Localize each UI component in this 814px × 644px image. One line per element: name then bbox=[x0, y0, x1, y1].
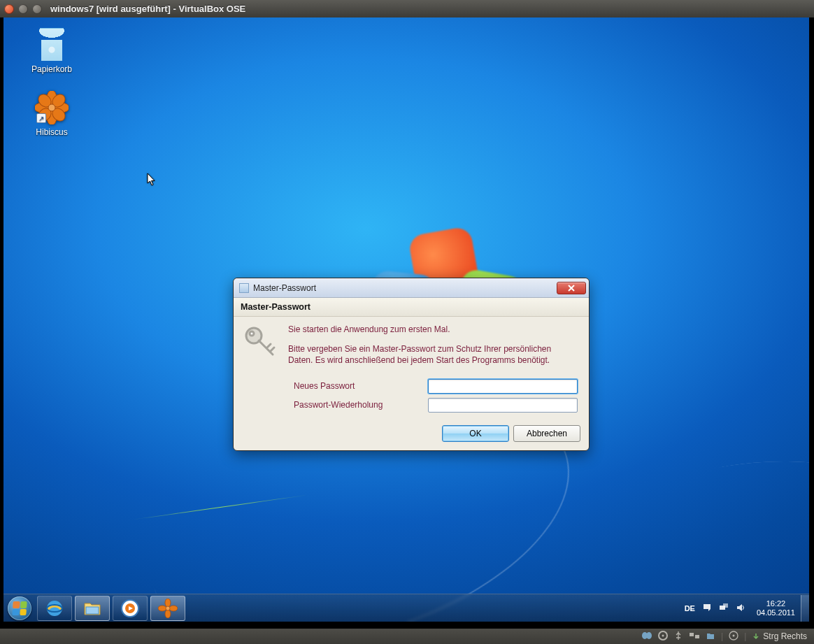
desktop-icon-hibiscus[interactable]: ↗ Hibiscus bbox=[24, 91, 79, 137]
vb-shared-folders-icon[interactable] bbox=[706, 631, 715, 643]
svg-point-16 bbox=[165, 599, 171, 607]
host-maximize-button[interactable] bbox=[32, 4, 42, 14]
vb-network-icon[interactable] bbox=[689, 631, 700, 643]
svg-rect-28 bbox=[695, 635, 699, 638]
vb-mouse-integration-icon[interactable] bbox=[729, 631, 738, 643]
taskbar-pinned-explorer[interactable] bbox=[75, 596, 110, 621]
desktop-icon-recycle-bin[interactable]: Papierkorb bbox=[24, 28, 79, 74]
action-center-icon[interactable] bbox=[702, 603, 712, 614]
svg-rect-27 bbox=[690, 633, 694, 636]
taskbar-clock[interactable]: 16:22 04.05.2011 bbox=[752, 599, 799, 617]
vb-host-key-indicator[interactable]: Strg Rechts bbox=[752, 631, 807, 641]
mouse-cursor-icon bbox=[147, 173, 157, 187]
close-icon bbox=[567, 285, 576, 292]
separator: | bbox=[721, 631, 723, 641]
svg-point-19 bbox=[169, 606, 178, 611]
recycle-bin-icon bbox=[35, 28, 69, 62]
taskbar: DE 16:22 04.05.2011 bbox=[3, 594, 809, 622]
virtualbox-status-bar: | | Strg Rechts bbox=[0, 629, 814, 644]
vb-host-key-text: Strg Rechts bbox=[763, 631, 807, 641]
input-language-indicator[interactable]: DE bbox=[685, 604, 695, 613]
taskbar-pinned-media-player[interactable] bbox=[113, 596, 148, 621]
vb-usb-icon[interactable] bbox=[673, 631, 683, 643]
new-password-label: Neues Passwort bbox=[294, 381, 420, 391]
clock-time: 16:22 bbox=[766, 599, 786, 608]
media-player-icon bbox=[120, 599, 140, 618]
host-window-titlebar: windows7 [wird ausgeführt] - VirtualBox … bbox=[0, 0, 814, 17]
svg-point-24 bbox=[646, 632, 652, 639]
svg-point-17 bbox=[165, 610, 171, 618]
hibiscus-icon bbox=[158, 599, 178, 618]
svg-point-20 bbox=[166, 606, 170, 610]
taskbar-running-hibiscus[interactable] bbox=[150, 596, 185, 621]
internet-explorer-icon bbox=[45, 599, 64, 618]
repeat-password-input[interactable] bbox=[428, 398, 578, 413]
dialog-titlebar[interactable]: Master-Passwort bbox=[234, 278, 589, 298]
show-desktop-button[interactable] bbox=[801, 595, 809, 622]
clock-date: 04.05.2011 bbox=[757, 608, 795, 617]
start-button[interactable] bbox=[3, 594, 36, 622]
desktop-icon-label: Hibiscus bbox=[36, 127, 67, 137]
separator: | bbox=[744, 631, 746, 641]
vb-optical-icon[interactable] bbox=[658, 631, 668, 643]
background-wisp bbox=[485, 426, 809, 622]
desktop-icon-label: Papierkorb bbox=[31, 64, 72, 74]
dialog-message-line1: Sie starten die Anwendung zum ersten Mal… bbox=[288, 324, 578, 335]
shortcut-arrow-icon: ↗ bbox=[36, 113, 46, 123]
dialog-app-icon bbox=[239, 283, 249, 293]
virtual-machine-viewport: Papierkorb ↗ Hibiscus bbox=[0, 17, 814, 629]
file-explorer-icon bbox=[83, 599, 102, 618]
volume-icon[interactable] bbox=[736, 603, 745, 614]
svg-point-26 bbox=[662, 634, 664, 636]
master-password-dialog: Master-Passwort Master-Passwort Sie star… bbox=[233, 278, 590, 451]
svg-point-30 bbox=[733, 634, 735, 636]
svg-point-10 bbox=[250, 331, 254, 336]
taskbar-pinned-ie[interactable] bbox=[37, 596, 72, 621]
cancel-button[interactable]: Abbrechen bbox=[513, 425, 580, 442]
network-icon[interactable] bbox=[719, 603, 729, 614]
background-wisp bbox=[130, 494, 310, 520]
dialog-title-text: Master-Passwort bbox=[253, 283, 557, 293]
arrow-down-icon bbox=[752, 632, 760, 641]
key-icon bbox=[242, 324, 280, 362]
hibiscus-icon: ↗ bbox=[35, 91, 69, 124]
svg-rect-13 bbox=[86, 607, 99, 614]
repeat-password-label: Passwort-Wiederholung bbox=[294, 400, 420, 410]
windows-start-icon bbox=[8, 596, 31, 620]
guest-desktop[interactable]: Papierkorb ↗ Hibiscus bbox=[3, 17, 809, 622]
dialog-heading: Master-Passwort bbox=[234, 298, 589, 317]
system-tray: DE 16:22 04.05.2011 bbox=[679, 599, 801, 617]
svg-point-8 bbox=[48, 104, 55, 111]
dialog-close-button[interactable] bbox=[557, 282, 586, 294]
vb-hdd-icon[interactable] bbox=[641, 631, 652, 643]
ok-button[interactable]: OK bbox=[442, 425, 509, 442]
host-close-button[interactable] bbox=[4, 4, 14, 14]
svg-point-18 bbox=[158, 606, 166, 611]
dialog-message-line2: Bitte vergeben Sie ein Master-Passwort z… bbox=[288, 343, 578, 366]
svg-rect-22 bbox=[723, 603, 728, 608]
host-minimize-button[interactable] bbox=[18, 4, 28, 14]
new-password-input[interactable] bbox=[428, 379, 578, 394]
host-window-title: windows7 [wird ausgeführt] - VirtualBox … bbox=[50, 3, 245, 14]
